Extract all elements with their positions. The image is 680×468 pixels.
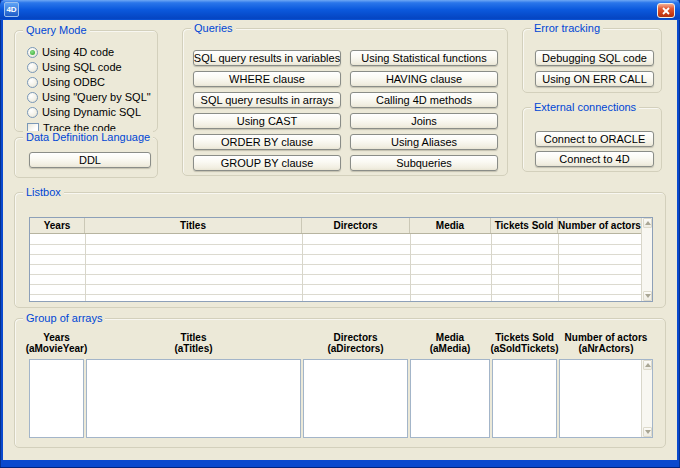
sql-query-results-in-variables-button[interactable]: SQL query results in variables [193, 50, 341, 66]
array-vertical-scrollbar[interactable] [641, 360, 652, 437]
where-clause-button[interactable]: WHERE clause [193, 71, 341, 87]
column-header-number-of-actors[interactable]: Number of actors [558, 218, 641, 233]
radio-icon [27, 92, 38, 103]
query-mode-group-title: Query Mode [23, 24, 90, 37]
subqueries-button[interactable]: Subqueries [350, 155, 498, 171]
radio-using-sql-code[interactable]: Using SQL code [27, 60, 122, 75]
query-mode-group: Query Mode Using 4D codeUsing SQL codeUs… [14, 30, 158, 132]
array-label-title: Titles [139, 332, 249, 343]
grid-line [30, 294, 641, 295]
array-listbox-media[interactable] [410, 359, 490, 438]
grid-line [302, 234, 303, 301]
grid-line [30, 284, 641, 285]
scrollbar-down-button[interactable] [643, 291, 652, 301]
scrollbar-down-button[interactable] [643, 427, 652, 437]
queries-group: Queries SQL query results in variablesWH… [182, 28, 508, 176]
radio-icon [27, 47, 38, 58]
column-header-tickets-sold[interactable]: Tickets Sold [491, 218, 558, 233]
listbox-table[interactable]: YearsTitlesDirectorsMediaTickets SoldNum… [29, 217, 653, 302]
array-listbox-number-of-actors[interactable] [559, 359, 653, 438]
listbox-group-title: Listbox [23, 186, 64, 199]
radio-using-4d-code[interactable]: Using 4D code [27, 45, 114, 60]
column-header-media[interactable]: Media [410, 218, 491, 233]
using-aliases-button[interactable]: Using Aliases [350, 134, 498, 150]
group-of-arrays-group: Group of arrays Years(aMovieYear)Titles(… [14, 318, 666, 448]
radio-label: Using 4D code [42, 46, 114, 59]
radio-dot [30, 50, 35, 55]
ddl-button[interactable]: DDL [29, 152, 151, 168]
scrollbar-up-button[interactable] [643, 360, 652, 370]
group-by-clause-button[interactable]: GROUP BY clause [193, 155, 341, 171]
using-statistical-functions-button[interactable]: Using Statistical functions [350, 50, 498, 66]
radio-icon [27, 107, 38, 118]
group-of-arrays-group-title: Group of arrays [23, 312, 105, 325]
radio-label: Using Dynamic SQL [42, 106, 141, 119]
external-connections-group: External connections Connect to ORACLECo… [522, 107, 662, 172]
close-button[interactable] [657, 3, 675, 18]
error-tracking-group-title: Error tracking [531, 22, 603, 35]
calling-4d-methods-button[interactable]: Calling 4D methods [350, 92, 498, 108]
listbox-rows[interactable] [30, 234, 641, 301]
radio-label: Using ODBC [42, 76, 105, 89]
joins-button[interactable]: Joins [350, 113, 498, 129]
connect-to-4d-button[interactable]: Connect to 4D [535, 151, 654, 167]
array-label-variable: (aTitles) [139, 343, 249, 354]
grid-line [410, 234, 411, 301]
radio-icon [27, 62, 38, 73]
column-header-titles[interactable]: Titles [85, 218, 302, 233]
array-label-title: Directors [301, 332, 411, 343]
external-connections-group-title: External connections [531, 101, 639, 114]
scrollbar-up-button[interactable] [643, 218, 652, 228]
column-header-years[interactable]: Years [30, 218, 85, 233]
queries-group-title: Queries [191, 22, 236, 35]
grid-line [558, 234, 559, 301]
column-header-directors[interactable]: Directors [302, 218, 410, 233]
radio-using-query-by-sql[interactable]: Using "Query by SQL" [27, 90, 151, 105]
arrow-up-icon [645, 363, 651, 367]
array-column-label-number-of-actors: Number of actors(aNrActors) [551, 332, 661, 354]
app-icon: 4D [4, 2, 19, 17]
listbox-header-row: YearsTitlesDirectorsMediaTickets SoldNum… [30, 218, 641, 234]
grid-line [85, 234, 86, 301]
radio-using-dynamic-sql[interactable]: Using Dynamic SQL [27, 105, 141, 120]
titlebar[interactable]: 4D [0, 0, 680, 20]
array-listbox-titles[interactable] [86, 359, 301, 438]
app-icon-label: 4D [6, 5, 16, 14]
arrow-up-icon [645, 221, 651, 225]
sql-query-results-in-arrays-button[interactable]: SQL query results in arrays [193, 92, 341, 108]
array-listbox-years[interactable] [29, 359, 84, 438]
array-column-label-years: Years(aMovieYear) [2, 332, 112, 354]
radio-icon [27, 77, 38, 88]
array-label-title: Number of actors [551, 332, 661, 343]
connect-to-oracle-button[interactable]: Connect to ORACLE [535, 131, 654, 147]
data-definition-language-group: Data Definition Language DDL [14, 137, 158, 178]
array-label-title: Years [2, 332, 112, 343]
error-tracking-group: Error tracking Debugging SQL codeUsing O… [522, 28, 662, 93]
array-label-variable: (aDirectors) [301, 343, 411, 354]
using-cast-button[interactable]: Using CAST [193, 113, 341, 129]
listbox-group: Listbox YearsTitlesDirectorsMediaTickets… [14, 192, 666, 308]
grid-line [30, 244, 641, 245]
radio-label: Using SQL code [42, 61, 122, 74]
array-listbox-tickets-sold[interactable] [492, 359, 557, 438]
radio-using-odbc[interactable]: Using ODBC [27, 75, 105, 90]
using-on-err-call-button[interactable]: Using ON ERR CALL [535, 71, 654, 87]
array-column-label-directors: Directors(aDirectors) [301, 332, 411, 354]
ddl-group-title: Data Definition Language [23, 131, 153, 144]
array-listbox-directors[interactable] [303, 359, 408, 438]
grid-line [30, 264, 641, 265]
grid-line [30, 254, 641, 255]
grid-line [491, 234, 492, 301]
arrow-down-icon [645, 430, 651, 434]
debugging-sql-code-button[interactable]: Debugging SQL code [535, 50, 654, 66]
app-window: 4D Query Mode Using 4D codeUsing SQL cod… [0, 0, 680, 468]
listbox-vertical-scrollbar[interactable] [641, 218, 652, 301]
having-clause-button[interactable]: HAVING clause [350, 71, 498, 87]
array-label-variable: (aNrActors) [551, 343, 661, 354]
order-by-clause-button[interactable]: ORDER BY clause [193, 134, 341, 150]
close-icon [662, 7, 670, 15]
array-label-variable: (aMovieYear) [2, 343, 112, 354]
client-area: Query Mode Using 4D codeUsing SQL codeUs… [3, 20, 677, 460]
array-column-label-titles: Titles(aTitles) [139, 332, 249, 354]
arrow-down-icon [645, 294, 651, 298]
